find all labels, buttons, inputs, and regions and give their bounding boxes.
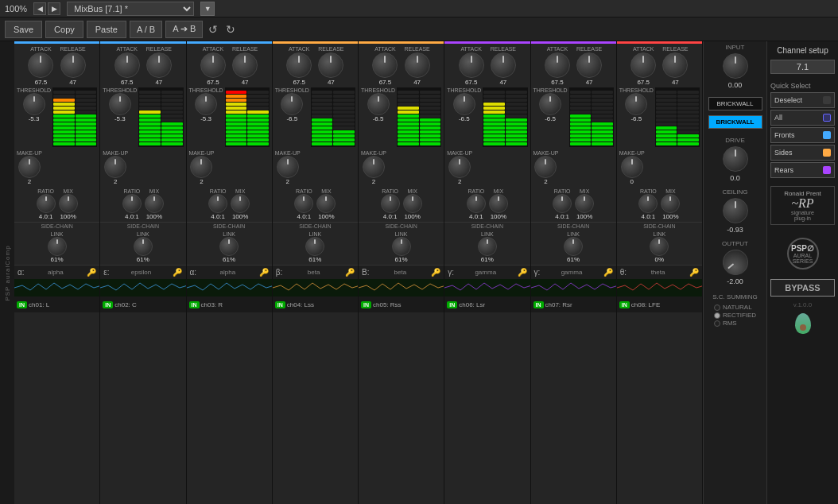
attack-knob-4[interactable] <box>372 52 398 78</box>
thresh-knob-1[interactable] <box>109 93 131 115</box>
release-knob-5[interactable] <box>491 52 516 78</box>
zoom-up-btn[interactable]: ▶ <box>48 2 60 15</box>
in-btn-0[interactable]: IN <box>17 301 27 308</box>
link-knob-2[interactable] <box>219 237 239 256</box>
attack-knob-6[interactable] <box>545 52 570 78</box>
ratio-value-7: 4.0:1 <box>641 213 655 220</box>
attack-knob-2[interactable] <box>200 52 226 78</box>
channel-dropdown-arrow[interactable]: ▼ <box>200 2 215 16</box>
attack-knob-7[interactable] <box>630 52 656 78</box>
release-knob-4[interactable] <box>405 52 430 78</box>
link-knob-7[interactable] <box>650 237 669 256</box>
makeup-knob-6[interactable] <box>534 156 557 178</box>
link-knob-4[interactable] <box>392 237 411 256</box>
meter2-seg-12-empty <box>247 95 269 98</box>
copy-button[interactable]: Copy <box>45 21 83 38</box>
save-button[interactable]: Save <box>5 21 42 38</box>
release-knob-1[interactable] <box>146 52 172 78</box>
thresh-knob-2[interactable] <box>195 93 217 115</box>
attack-knob-5[interactable] <box>459 52 484 78</box>
channel-select[interactable]: MixBus [7.1] * <box>67 2 194 16</box>
ratio-knob-3[interactable] <box>294 194 313 213</box>
thresh-knob-0[interactable] <box>23 93 45 115</box>
thresh-knob-5[interactable] <box>453 93 475 115</box>
release-knob-7[interactable] <box>662 52 688 78</box>
ratio-knob-4[interactable] <box>381 194 400 213</box>
psp-logo-area: PSP∅ AURALSERIES <box>770 235 835 273</box>
bypass-button[interactable]: BYPASS <box>770 279 835 297</box>
ratio-knob-7[interactable] <box>638 194 658 213</box>
thresh-knob-6[interactable] <box>539 93 561 115</box>
output-knob[interactable] <box>717 244 753 280</box>
attack-knob-1[interactable] <box>114 52 140 78</box>
mix-knob-5[interactable] <box>489 194 508 213</box>
undo-icon[interactable]: ↺ <box>206 23 220 36</box>
link-knob-3[interactable] <box>305 237 324 256</box>
makeup-knob-7[interactable] <box>621 156 643 178</box>
makeup-knob-3[interactable] <box>277 156 299 178</box>
thresh-knob-3[interactable] <box>281 93 303 115</box>
input-knob[interactable] <box>723 53 748 79</box>
makeup-knob-5[interactable] <box>448 156 471 178</box>
meter-seg-1 <box>226 138 247 142</box>
mix-knob-1[interactable] <box>145 194 164 213</box>
ratio-knob-6[interactable] <box>553 194 572 213</box>
ratio-knob-5[interactable] <box>467 194 486 213</box>
meter-seg-11-empty <box>139 99 161 102</box>
zoom-down-btn[interactable]: ◀ <box>33 2 46 15</box>
ceiling-knob[interactable] <box>723 198 748 223</box>
drive-knob[interactable] <box>723 146 748 172</box>
ratio-knob-0[interactable] <box>37 194 56 213</box>
deselect-button[interactable]: Deselect <box>770 92 835 108</box>
meter-seg-4 <box>226 126 247 130</box>
attack-knob-3[interactable] <box>286 52 312 78</box>
mix-knob-7[interactable] <box>661 194 680 213</box>
makeup-knob-1[interactable] <box>104 156 126 178</box>
in-btn-5[interactable]: IN <box>447 301 457 308</box>
release-knob-0[interactable] <box>60 52 86 78</box>
ab2-button[interactable]: A ➔ B <box>165 21 203 38</box>
brickwall-inactive-btn[interactable]: BRICKWALL <box>708 97 762 110</box>
makeup-knob-0[interactable] <box>18 156 41 178</box>
release-knob-3[interactable] <box>318 52 343 78</box>
meter2-seg-2 <box>592 134 613 138</box>
paste-button[interactable]: Paste <box>87 21 126 38</box>
in-btn-4[interactable]: IN <box>361 301 371 308</box>
thresh-knob-7[interactable] <box>625 93 647 115</box>
ratio-knob-1[interactable] <box>122 194 142 213</box>
natural-radio[interactable]: NATURAL <box>714 304 756 311</box>
in-btn-2[interactable]: IN <box>189 301 200 308</box>
thresh-label-4: THRESHOLD <box>361 87 395 93</box>
release-knob-6[interactable] <box>576 52 602 78</box>
link-knob-1[interactable] <box>134 237 153 256</box>
mix-knob-0[interactable] <box>59 194 78 213</box>
in-btn-3[interactable]: IN <box>275 301 285 308</box>
rms-radio[interactable]: RMS <box>714 320 756 327</box>
ratio-knob-2[interactable] <box>208 194 227 213</box>
mix-knob-4[interactable] <box>403 194 422 213</box>
mix-col-2: MIX 100% <box>231 188 250 220</box>
makeup-knob-2[interactable] <box>190 156 212 178</box>
redo-icon[interactable]: ↻ <box>223 23 238 36</box>
link-knob-6[interactable] <box>564 237 583 256</box>
mix-knob-6[interactable] <box>575 194 594 213</box>
ab1-button[interactable]: A / B <box>130 21 162 38</box>
link-knob-5[interactable] <box>478 237 497 256</box>
brickwall-active-btn[interactable]: BRICKWALL <box>708 115 762 129</box>
mix-knob-2[interactable] <box>231 194 250 213</box>
all-button[interactable]: All <box>770 110 835 126</box>
thresh-knob-4[interactable] <box>367 93 390 115</box>
rectified-radio[interactable]: RECTIFIED <box>714 312 756 319</box>
attack-knob-0[interactable] <box>28 52 53 78</box>
mix-knob-3[interactable] <box>316 194 336 213</box>
in-btn-7[interactable]: IN <box>619 301 630 308</box>
in-btn-1[interactable]: IN <box>103 301 113 308</box>
sides-button[interactable]: Sides <box>770 145 835 161</box>
rears-button[interactable]: Rears <box>770 162 835 178</box>
release-knob-2[interactable] <box>232 52 258 78</box>
fronts-button[interactable]: Fronts <box>770 127 835 143</box>
link-knob-0[interactable] <box>48 237 67 256</box>
in-btn-6[interactable]: IN <box>533 301 544 308</box>
sidechain-label-1: SIDE-CHAIN <box>100 222 185 230</box>
makeup-knob-4[interactable] <box>363 156 385 178</box>
